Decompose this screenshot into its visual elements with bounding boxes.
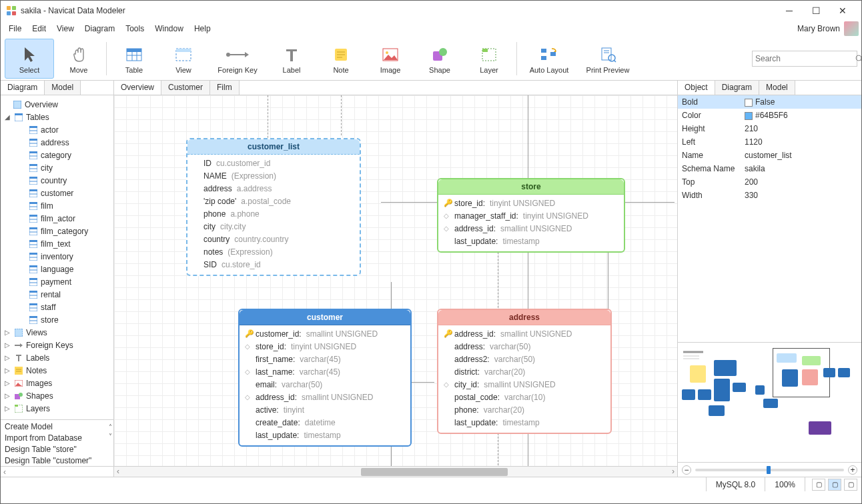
- field-row[interactable]: postal_code:varchar(10): [444, 391, 605, 403]
- left-tab-model[interactable]: Model: [45, 81, 81, 95]
- tree-table-inventory[interactable]: inventory: [2, 250, 112, 263]
- tree-table-country[interactable]: country: [2, 174, 112, 187]
- field-row[interactable]: 🔑store_id:tinyint UNSIGNED: [444, 197, 618, 209]
- tree-group-layers[interactable]: ▷Layers: [2, 402, 112, 415]
- field-row[interactable]: 🔑address_id:smallint UNSIGNED: [444, 327, 605, 340]
- diagram-canvas[interactable]: customer_list IDcu.customer_idNAME(Expre…: [114, 95, 677, 466]
- tree-table-film_actor[interactable]: film_actor: [2, 212, 112, 225]
- field-row[interactable]: first_name:varchar(45): [245, 353, 405, 365]
- tool-table[interactable]: Table: [109, 39, 159, 79]
- entity-customer[interactable]: customer 🔑customer_id:smallint UNSIGNED◇…: [238, 309, 412, 447]
- tree-table-film[interactable]: film: [2, 199, 112, 212]
- entity-address[interactable]: address 🔑address_id:smallint UNSIGNEDadd…: [437, 309, 612, 434]
- expand-icon[interactable]: ▷: [5, 392, 11, 399]
- history-item[interactable]: Import from Database: [5, 433, 109, 444]
- entity-store[interactable]: store 🔑store_id:tinyint UNSIGNED◇manager…: [437, 178, 625, 253]
- tree-table-payment[interactable]: payment: [2, 275, 112, 288]
- center-tab-customer[interactable]: Customer: [161, 81, 210, 95]
- menu-view[interactable]: View: [51, 22, 79, 35]
- field-row[interactable]: address2:varchar(50): [444, 353, 605, 365]
- menu-file[interactable]: File: [3, 22, 27, 35]
- tool-auto-layout[interactable]: Auto Layout: [520, 39, 578, 79]
- tree-group-notes[interactable]: ▷Notes: [2, 364, 112, 377]
- field-row[interactable]: address:varchar(50): [444, 340, 605, 353]
- center-tab-overview[interactable]: Overview: [114, 81, 161, 95]
- center-tab-film[interactable]: Film: [210, 81, 240, 95]
- tool-view[interactable]: View: [159, 39, 208, 79]
- menu-tools[interactable]: Tools: [120, 22, 149, 35]
- object-tree[interactable]: Overview ◢ Tables actoraddresscategoryci…: [1, 95, 113, 419]
- menu-edit[interactable]: Edit: [27, 22, 51, 35]
- field-row[interactable]: phonea.phone: [193, 207, 354, 220]
- tree-table-film_text[interactable]: film_text: [2, 237, 112, 250]
- status-pane1-button[interactable]: ▢: [812, 479, 825, 491]
- field-row[interactable]: 🔑customer_id:smallint UNSIGNED: [245, 327, 405, 340]
- tree-table-language[interactable]: language: [2, 263, 112, 275]
- status-pane2-button[interactable]: ▢: [828, 479, 841, 491]
- field-row[interactable]: IDcu.customer_id: [193, 157, 354, 169]
- tool-image[interactable]: Image: [366, 39, 415, 79]
- prop-row-color[interactable]: Color#64B5F6: [678, 109, 861, 122]
- tree-table-staff[interactable]: staff: [2, 301, 112, 313]
- tool-shape[interactable]: Shape: [415, 39, 464, 79]
- user-name[interactable]: Mary Brown: [793, 24, 844, 33]
- tree-table-category[interactable]: category: [2, 149, 112, 161]
- expand-icon[interactable]: ▷: [5, 329, 11, 336]
- field-row[interactable]: NAME(Expression): [193, 169, 354, 182]
- field-row[interactable]: email:varchar(50): [245, 378, 405, 391]
- search-input[interactable]: [755, 54, 855, 63]
- field-row[interactable]: ◇address_id:smallint UNSIGNED: [245, 391, 405, 403]
- tree-table-city[interactable]: city: [2, 161, 112, 174]
- expand-icon[interactable]: ▷: [5, 341, 11, 349]
- close-button[interactable]: ✕: [829, 1, 856, 20]
- prop-row-bold[interactable]: BoldFalse: [678, 95, 861, 109]
- prop-row-name[interactable]: Namecustomer_list: [678, 149, 861, 162]
- tree-table-store[interactable]: store: [2, 313, 112, 326]
- search-box[interactable]: [752, 51, 857, 67]
- tool-layer[interactable]: Layer: [464, 39, 514, 79]
- field-row[interactable]: ◇manager_staff_id:tinyint UNSIGNED: [444, 209, 618, 222]
- history-down-icon[interactable]: ˅: [109, 431, 112, 440]
- tree-group-labels[interactable]: ▷Labels: [2, 351, 112, 364]
- tree-tables-group[interactable]: ◢ Tables: [2, 111, 112, 123]
- tool-foreign-key[interactable]: Foreign Key: [208, 39, 267, 79]
- field-row[interactable]: last_update:timestamp: [444, 416, 605, 429]
- expand-icon[interactable]: ▷: [5, 354, 11, 361]
- zoom-in-button[interactable]: +: [848, 465, 857, 475]
- tree-group-views[interactable]: ▷Views: [2, 326, 112, 339]
- field-row[interactable]: phone:varchar(20): [444, 403, 605, 416]
- tree-table-customer[interactable]: customer: [2, 187, 112, 199]
- history-list[interactable]: Create Model Import from Database Design…: [1, 419, 113, 466]
- prop-row-left[interactable]: Left1120: [678, 135, 861, 149]
- left-scrollbar[interactable]: ‹: [1, 466, 113, 477]
- field-row[interactable]: countrycountry.country: [193, 233, 354, 245]
- zoom-out-button[interactable]: −: [682, 465, 691, 475]
- tree-group-shapes[interactable]: ▷Shapes: [2, 389, 112, 402]
- menu-help[interactable]: Help: [189, 22, 216, 35]
- history-up-icon[interactable]: ˄: [109, 421, 112, 431]
- field-row[interactable]: notes(Expression): [193, 245, 354, 258]
- tree-table-rental[interactable]: rental: [2, 288, 112, 301]
- prop-row-height[interactable]: Height210: [678, 122, 861, 135]
- history-item[interactable]: Design Table "store": [5, 444, 109, 455]
- canvas-scrollbar-h[interactable]: ‹ ›: [114, 466, 677, 477]
- property-grid[interactable]: BoldFalseColor#64B5F6Height210Left1120Na…: [678, 95, 861, 202]
- field-row[interactable]: district:varchar(20): [444, 365, 605, 378]
- history-item[interactable]: Design Table "customer": [5, 455, 109, 466]
- maximize-button[interactable]: ☐: [803, 1, 829, 20]
- expand-icon[interactable]: ▷: [5, 367, 11, 374]
- prop-row-width[interactable]: Width330: [678, 189, 861, 202]
- tree-table-actor[interactable]: actor: [2, 123, 112, 136]
- tool-print-preview[interactable]: Print Preview: [578, 39, 637, 79]
- tree-table-address[interactable]: address: [2, 136, 112, 149]
- field-row[interactable]: last_update:timestamp: [245, 429, 405, 441]
- zoom-slider[interactable]: [695, 469, 844, 471]
- field-row[interactable]: last_update:timestamp: [444, 235, 618, 247]
- tool-note[interactable]: Note: [316, 39, 366, 79]
- field-row[interactable]: ◇city_id:smallint UNSIGNED: [444, 378, 605, 391]
- field-row[interactable]: addressa.address: [193, 182, 354, 195]
- expand-icon[interactable]: ▷: [5, 379, 11, 387]
- prop-row-schema-name[interactable]: Schema Namesakila: [678, 162, 861, 175]
- right-tab-diagram[interactable]: Diagram: [715, 81, 759, 95]
- field-row[interactable]: ◇address_id:smallint UNSIGNED: [444, 222, 618, 235]
